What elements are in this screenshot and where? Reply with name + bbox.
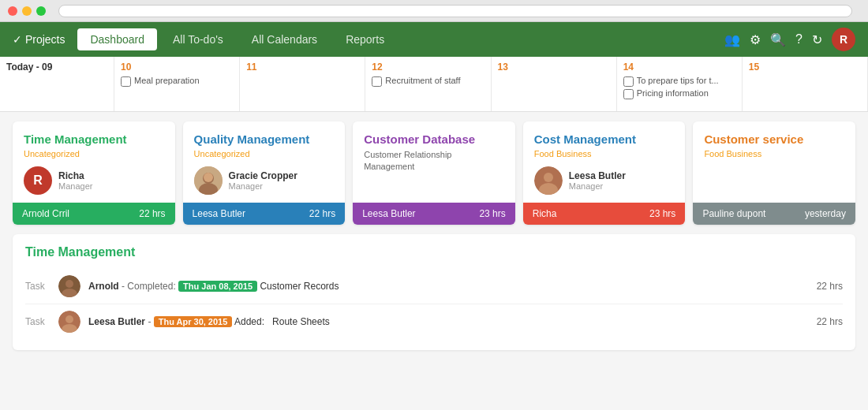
activity-person-1: Arnold <box>88 281 119 292</box>
help-icon[interactable]: ? <box>795 32 803 47</box>
footer-name-quality: Leesa Butler <box>193 208 245 219</box>
card-person-cost: Leesa Butler Manager <box>534 166 675 195</box>
people-icon[interactable]: 👥 <box>724 32 740 47</box>
timeline-date-10: 10 <box>121 62 233 73</box>
timeline-date-12: 12 <box>372 62 484 73</box>
card-customer-database[interactable]: Customer Database Customer Relationship … <box>353 121 515 225</box>
card-footer-quality: Leesa Butler 22 hrs <box>183 203 346 225</box>
timeline-date-today: Today - 09 <box>6 62 107 73</box>
activity-row-1: Task Arnold - Completed: Thu Jan 08, 201… <box>25 269 843 304</box>
activity-hrs-2: 22 hrs <box>817 316 843 327</box>
person-name-gracie: Gracie Cropper <box>229 170 297 181</box>
search-icon[interactable]: 🔍 <box>770 32 786 47</box>
avatar-arnold <box>58 275 80 297</box>
timeline-task-pricing: Pricing information <box>623 88 735 99</box>
timeline-date-15: 15 <box>749 62 861 73</box>
avatar-richa: R <box>24 166 52 195</box>
person-role-gracie: Manager <box>229 181 297 191</box>
activity-hrs-1: 22 hrs <box>817 281 843 292</box>
activity-action-1: - Completed: <box>122 281 178 292</box>
timeline-col-13: 13 <box>492 57 617 111</box>
pricing-label: Pricing information <box>637 88 709 98</box>
footer-name-time: Arnold Crril <box>22 208 69 219</box>
meal-checkbox[interactable] <box>121 76 131 87</box>
activity-tag-1: Thu Jan 08, 2015 <box>178 281 257 292</box>
card-customer-service[interactable]: Customer service Food Business Pauline d… <box>693 121 855 225</box>
activity-action-2: - <box>148 316 153 327</box>
tips-checkbox[interactable] <box>623 76 634 87</box>
tab-calendars[interactable]: All Calendars <box>239 28 330 50</box>
card-body-service: Customer service Food Business <box>693 121 855 203</box>
nav-icons: 👥 ⚙ 🔍 ? ↻ R <box>724 28 855 51</box>
footer-name-service: Pauline dupont <box>702 208 765 219</box>
timeline-col-14: 14 To prepare tips for t... Pricing info… <box>617 57 743 111</box>
activity-text-2: Leesa Butler - Thu Apr 30, 2015 Added: R… <box>88 316 809 327</box>
timeline-task-recruitment: Recruitment of staff <box>372 76 484 87</box>
card-subtitle-quality: Uncategorized <box>194 149 335 158</box>
projects-menu[interactable]: ✓ Projects <box>13 33 65 46</box>
activity-type-1: Task <box>25 281 51 292</box>
card-quality-management[interactable]: Quality Management Uncategorized Gracie … <box>183 121 346 225</box>
svg-point-3 <box>204 173 213 182</box>
card-body-time: Time Management Uncategorized R Richa Ma… <box>13 121 175 203</box>
tab-dashboard[interactable]: Dashboard <box>77 28 157 50</box>
activity-person-2: Leesa Butler <box>88 316 145 327</box>
card-footer-time: Arnold Crril 22 hrs <box>13 203 175 225</box>
tab-reports[interactable]: Reports <box>333 28 397 50</box>
gear-icon[interactable]: ⚙ <box>750 32 761 47</box>
user-avatar[interactable]: R <box>832 28 855 51</box>
pricing-checkbox[interactable] <box>623 89 634 99</box>
avatar-leesa-activity <box>58 311 80 333</box>
card-subtitle-cost: Food Business <box>534 149 675 158</box>
timeline-col-10: 10 Meal preparation <box>114 57 240 111</box>
footer-value-service: yesterday <box>805 208 846 219</box>
minimize-button[interactable] <box>22 6 32 16</box>
svg-point-11 <box>65 315 73 323</box>
card-title-service: Customer service <box>704 132 844 146</box>
activity-detail-1: Customer Records <box>260 281 339 292</box>
timeline-col-12: 12 Recruitment of staff <box>365 57 491 111</box>
card-subtitle-customer: Customer Relationship Management <box>364 149 504 173</box>
recruitment-checkbox[interactable] <box>372 76 382 87</box>
card-time-management[interactable]: Time Management Uncategorized R Richa Ma… <box>13 121 175 225</box>
timeline-date-11: 11 <box>246 62 358 73</box>
cards-area: Time Management Uncategorized R Richa Ma… <box>0 112 868 234</box>
navbar: ✓ Projects Dashboard All To-do's All Cal… <box>0 22 868 57</box>
card-title-cost: Cost Management <box>534 132 675 146</box>
avatar-gracie <box>194 166 223 195</box>
svg-point-8 <box>65 280 73 288</box>
refresh-icon[interactable]: ↻ <box>812 32 822 47</box>
card-footer-service: Pauline dupont yesterday <box>693 203 855 225</box>
card-title-quality: Quality Management <box>194 132 335 146</box>
recruitment-label: Recruitment of staff <box>385 76 460 85</box>
card-person-quality: Gracie Cropper Manager <box>194 166 335 195</box>
activity-type-2: Task <box>25 316 51 327</box>
footer-name-cost: Richa <box>533 208 557 219</box>
activity-section: Time Management Task Arnold - Completed:… <box>13 234 855 350</box>
activity-title: Time Management <box>25 245 843 259</box>
close-button[interactable] <box>8 6 17 16</box>
card-body-cost: Cost Management Food Business Leesa Butl… <box>523 121 686 203</box>
footer-value-quality: 22 hrs <box>309 208 335 219</box>
activity-tag-2: Thu Apr 30, 2015 <box>154 316 233 327</box>
card-title-customer: Customer Database <box>364 132 504 146</box>
tab-todos[interactable]: All To-do's <box>160 28 236 50</box>
person-role-richa: Manager <box>58 181 92 191</box>
person-role-leesa: Manager <box>569 181 626 191</box>
card-title-time: Time Management <box>24 132 164 146</box>
card-footer-cost: Richa 23 hrs <box>523 203 686 225</box>
card-cost-management[interactable]: Cost Management Food Business Leesa Butl… <box>523 121 686 225</box>
activity-detail-2: Added: Route Sheets <box>234 316 330 327</box>
meal-label: Meal preparation <box>134 76 200 85</box>
timeline-col-11: 11 <box>240 57 365 111</box>
title-bar <box>0 0 868 22</box>
svg-point-5 <box>544 173 553 182</box>
card-footer-customer: Leesa Butler 23 hrs <box>353 203 515 225</box>
url-bar[interactable] <box>58 5 852 17</box>
maximize-button[interactable] <box>36 6 46 16</box>
projects-label: ✓ Projects <box>13 33 65 46</box>
timeline-date-13: 13 <box>498 62 610 73</box>
person-name-leesa: Leesa Butler <box>569 170 626 181</box>
card-person-time: R Richa Manager <box>24 166 164 195</box>
timeline: Today - 09 10 Meal preparation 11 12 Rec… <box>0 57 868 112</box>
